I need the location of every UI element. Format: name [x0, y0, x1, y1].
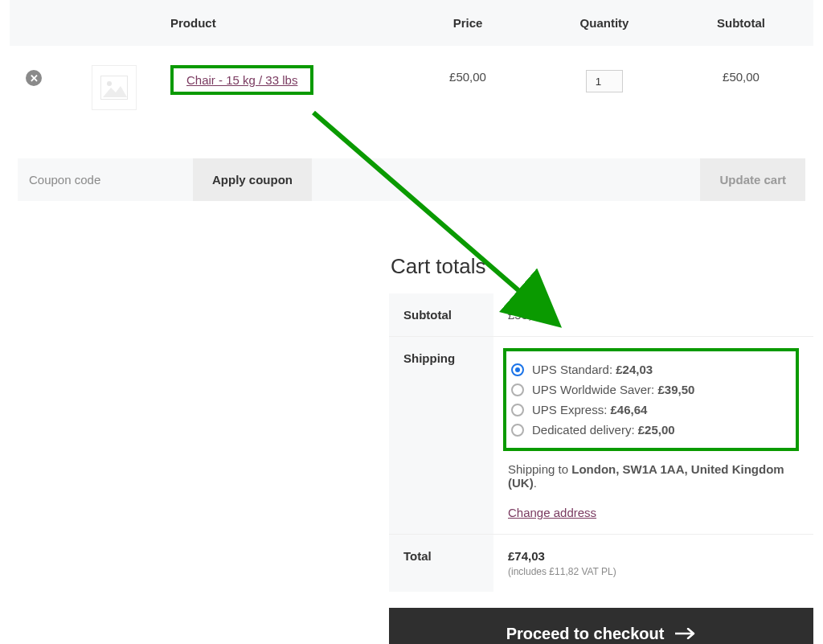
shipping-option[interactable]: Dedicated delivery: £25,00 — [511, 420, 783, 440]
shipping-option[interactable]: UPS Standard: £24,03 — [511, 359, 783, 379]
shipping-option-label: UPS Worldwide Saver: £39,50 — [532, 383, 694, 396]
checkout-label: Proceed to checkout — [506, 625, 665, 643]
change-address-link[interactable]: Change address — [508, 506, 596, 519]
shipping-option-label: UPS Express: £46,64 — [532, 403, 647, 416]
cart-table: Product Price Quantity Subtotal ✕ — [10, 0, 813, 225]
cart-row: ✕ Chair - 15 kg / 33 lbs — [10, 46, 813, 134]
quantity-stepper[interactable] — [586, 70, 623, 92]
shipping-options-highlight: UPS Standard: £24,03UPS Worldwide Saver:… — [503, 348, 799, 451]
cart-totals-table: Subtotal £50,00 Shipping UPS Standard: £… — [389, 293, 813, 592]
cart-totals-title: Cart totals — [391, 254, 813, 279]
shipping-options-list: UPS Standard: £24,03UPS Worldwide Saver:… — [511, 359, 783, 440]
header-subtotal: Subtotal — [669, 0, 813, 46]
header-quantity: Quantity — [540, 0, 669, 46]
product-thumbnail[interactable] — [92, 65, 137, 110]
total-value: £74,03 — [508, 549, 799, 563]
shipping-option[interactable]: UPS Worldwide Saver: £39,50 — [511, 379, 783, 400]
placeholder-image-icon — [100, 76, 128, 100]
total-label: Total — [389, 535, 493, 593]
shipping-option-label: UPS Standard: £24,03 — [532, 363, 653, 376]
remove-item-button[interactable]: ✕ — [26, 70, 42, 86]
radio-icon[interactable] — [511, 424, 524, 437]
item-price: £50,00 — [395, 46, 540, 134]
header-product: Product — [170, 0, 395, 46]
subtotal-label: Subtotal — [389, 293, 493, 337]
shipping-option-price: £24,03 — [616, 363, 653, 376]
radio-icon[interactable] — [511, 363, 524, 376]
shipping-option-price: £25,00 — [638, 423, 675, 437]
product-name-highlight: Chair - 15 kg / 33 lbs — [170, 65, 313, 95]
header-price: Price — [395, 0, 540, 46]
item-subtotal: £50,00 — [669, 46, 813, 134]
radio-icon[interactable] — [511, 404, 524, 416]
shipping-destination: Shipping to London, SW1A 1AA, United Kin… — [508, 462, 799, 490]
shipping-option-label: Dedicated delivery: £25,00 — [532, 423, 675, 437]
shipping-option-price: £39,50 — [657, 383, 694, 396]
proceed-to-checkout-button[interactable]: Proceed to checkout — [389, 608, 813, 644]
coupon-input[interactable] — [18, 158, 193, 201]
cart-actions-bar: Apply coupon Update cart — [18, 158, 805, 201]
apply-coupon-button[interactable]: Apply coupon — [193, 158, 312, 201]
radio-icon[interactable] — [511, 384, 524, 396]
shipping-label: Shipping — [389, 337, 493, 535]
update-cart-button[interactable]: Update cart — [700, 158, 805, 201]
shipping-option-price: £46,64 — [611, 403, 648, 416]
tax-note: (includes £11,82 VAT PL) — [508, 566, 799, 577]
shipping-option[interactable]: UPS Express: £46,64 — [511, 400, 783, 420]
svg-point-1 — [107, 81, 112, 86]
arrow-right-icon — [675, 625, 696, 643]
product-link[interactable]: Chair - 15 kg / 33 lbs — [186, 73, 297, 87]
subtotal-value: £50,00 — [493, 293, 813, 337]
